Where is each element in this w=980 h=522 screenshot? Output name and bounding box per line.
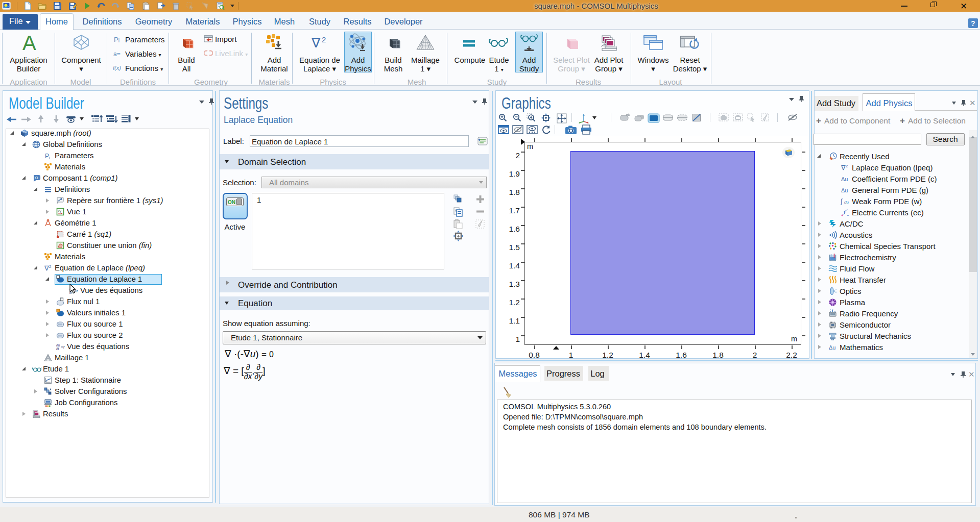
svg-text:∂t: ∂t	[56, 347, 59, 351]
svg-text:Pi: Pi	[114, 36, 119, 43]
svg-text:Ω: Ω	[35, 176, 38, 180]
svg-text:∇: ∇	[311, 36, 321, 49]
svg-text:∇: ∇	[44, 264, 49, 272]
svg-text:∫: ∫	[841, 197, 843, 205]
svg-text:2: 2	[846, 164, 848, 168]
svg-text:=f: =f	[61, 345, 65, 350]
svg-text:∂u: ∂u	[56, 343, 60, 347]
svg-text:Δu: Δu	[829, 344, 835, 351]
svg-text:2: 2	[322, 36, 326, 44]
svg-text:du: du	[844, 200, 849, 205]
svg-text:P: P	[45, 153, 49, 160]
svg-text:i: i	[49, 155, 50, 160]
svg-text:Δu: Δu	[841, 176, 848, 182]
svg-text:f(x): f(x)	[113, 65, 121, 71]
svg-text:Δu: Δu	[841, 187, 848, 193]
svg-text:∇: ∇	[841, 164, 846, 171]
svg-text:2: 2	[49, 264, 52, 269]
svg-text:a=: a=	[113, 51, 121, 58]
